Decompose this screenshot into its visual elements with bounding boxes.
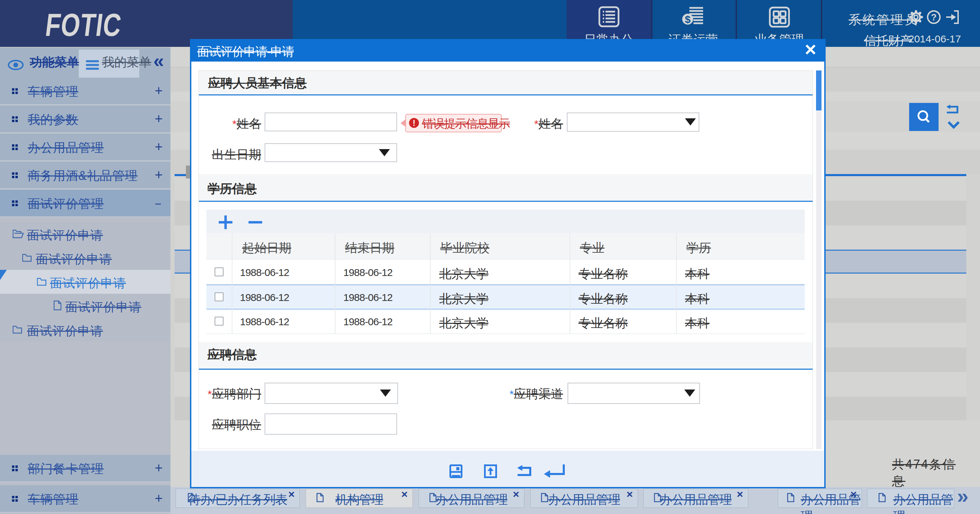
svg-text:?: ? bbox=[931, 12, 937, 22]
svg-text:$: $ bbox=[685, 14, 690, 25]
